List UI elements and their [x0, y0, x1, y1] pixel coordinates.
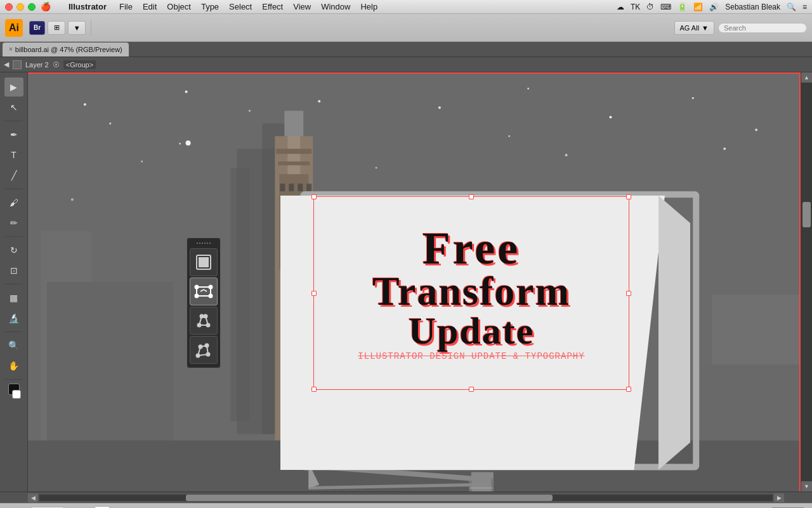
- menu-icon[interactable]: ≡: [802, 3, 807, 11]
- history-icon[interactable]: ⏱: [646, 3, 654, 11]
- free-distort-button[interactable]: [190, 336, 218, 364]
- svg-point-18: [186, 140, 191, 145]
- back-arrow[interactable]: ◀: [4, 60, 9, 69]
- scroll-down-arrow[interactable]: ▼: [801, 481, 813, 491]
- tab-bar: × billboard.ai @ 47% (RGB/Preview): [0, 42, 812, 57]
- artboard-border-right: [799, 72, 801, 491]
- svg-point-67: [204, 315, 207, 318]
- svg-point-12: [508, 135, 510, 137]
- page-input[interactable]: [95, 506, 110, 509]
- search-icon[interactable]: 🔍: [787, 3, 796, 11]
- tool-separator-2: [5, 189, 23, 189]
- close-tab-icon[interactable]: ×: [9, 46, 13, 53]
- h-scroll-track[interactable]: [39, 495, 773, 501]
- free-transform-button[interactable]: [190, 277, 218, 305]
- direct-selection-tool[interactable]: ↖: [4, 98, 23, 117]
- menu-select[interactable]: Select: [224, 0, 257, 14]
- svg-rect-24: [284, 110, 303, 136]
- type-tool[interactable]: T: [4, 145, 23, 164]
- creative-cloud-icon[interactable]: ☁: [617, 3, 624, 11]
- view-dropdown-button[interactable]: ▼: [68, 21, 86, 35]
- horizontal-scrollbar[interactable]: ◀ ▶: [0, 491, 812, 503]
- svg-rect-57: [204, 263, 208, 267]
- typekit-icon[interactable]: TK: [631, 3, 640, 11]
- menu-file[interactable]: File: [114, 0, 138, 14]
- ag-all-button[interactable]: AG All ▼: [674, 21, 714, 35]
- svg-point-69: [197, 354, 200, 358]
- apple-menu[interactable]: 🍎: [36, 0, 56, 14]
- minimize-button[interactable]: [16, 3, 24, 11]
- canvas-area[interactable]: Free Transform Update ILLUSTRATOR DESIGN…: [28, 72, 812, 491]
- scale-tool[interactable]: ⊡: [4, 261, 23, 280]
- layer-target-icon: ⦿: [53, 61, 60, 69]
- scroll-track[interactable]: [801, 83, 812, 481]
- svg-rect-54: [199, 258, 203, 262]
- pencil-tool[interactable]: ✏: [4, 213, 23, 232]
- scroll-right-arrow[interactable]: ▶: [774, 493, 784, 502]
- stroke-color[interactable]: [12, 390, 21, 399]
- ai-logo: Ai: [5, 19, 23, 37]
- eyedropper-tool[interactable]: 🔬: [4, 309, 23, 328]
- bluetooth-icon: ⌨: [660, 3, 671, 11]
- menu-view[interactable]: View: [288, 0, 316, 14]
- bridge-button[interactable]: Br: [29, 21, 45, 35]
- close-button[interactable]: [5, 3, 13, 11]
- svg-point-61: [195, 295, 199, 298]
- svg-point-9: [249, 110, 251, 112]
- menu-effect[interactable]: Effect: [257, 0, 288, 14]
- scroll-thumb[interactable]: [802, 202, 811, 227]
- zoom-select[interactable]: 47% 25% 50% 75% 100%: [31, 506, 64, 509]
- menu-help[interactable]: Help: [355, 0, 383, 14]
- line-tool[interactable]: ╱: [4, 166, 23, 185]
- tab-label: billboard.ai @ 47% (RGB/Preview): [15, 46, 122, 53]
- svg-rect-31: [306, 184, 311, 191]
- scroll-up-arrow[interactable]: ▲: [801, 72, 813, 83]
- wifi-icon: 📶: [693, 3, 703, 11]
- svg-point-70: [207, 353, 210, 356]
- document-tab[interactable]: × billboard.ai @ 47% (RGB/Preview): [3, 43, 129, 57]
- menu-object[interactable]: Object: [162, 0, 196, 14]
- view-options-button[interactable]: ⊞: [48, 21, 65, 35]
- menu-type[interactable]: Type: [196, 0, 224, 14]
- svg-point-2: [109, 123, 111, 124]
- drag-dot-5: [207, 243, 208, 244]
- main-layout: ▶ ↖ ✒ T ╱ 🖌 ✏ ↻ ⊡ ▦ 🔬 🔍 ✋: [0, 72, 812, 491]
- selection-tool[interactable]: ▶: [4, 77, 23, 97]
- scroll-left-arrow[interactable]: ◀: [28, 493, 38, 502]
- tool-separator-6: [5, 379, 23, 380]
- status-bar: ⊞ ⚓ 47% 25% 50% 75% 100% ◀ ◀ ▶ ▶ Toggle …: [0, 503, 812, 508]
- vertical-scrollbar[interactable]: ▲ ▼: [801, 72, 812, 491]
- window-controls[interactable]: [5, 3, 36, 11]
- constrain-transform-button[interactable]: [190, 248, 218, 276]
- paintbrush-tool[interactable]: 🖌: [4, 193, 23, 212]
- drag-dot-2: [199, 243, 200, 244]
- pen-tool[interactable]: ✒: [4, 125, 23, 144]
- tool-separator-1: [5, 121, 23, 121]
- gradient-tool[interactable]: ▦: [4, 288, 23, 307]
- svg-rect-25: [276, 149, 311, 154]
- menu-window[interactable]: Window: [316, 0, 355, 14]
- perspective-distort-button[interactable]: [190, 307, 218, 335]
- billboard-face: [280, 196, 665, 470]
- tool-separator-5: [5, 331, 23, 332]
- search-input[interactable]: [718, 23, 807, 33]
- popup-drag-handle[interactable]: [187, 241, 220, 246]
- h-scroll-thumb[interactable]: [186, 495, 553, 501]
- title-bar: 🍎 Illustrator File Edit Object Type Sele…: [0, 0, 812, 14]
- svg-point-14: [376, 167, 377, 169]
- billboard-shadow: [658, 196, 690, 470]
- drag-dot-1: [197, 243, 198, 244]
- menu-edit[interactable]: Edit: [138, 0, 162, 14]
- zoom-tool[interactable]: 🔍: [4, 336, 23, 355]
- tool-separator-4: [5, 284, 23, 284]
- drag-dot-6: [209, 243, 211, 244]
- hand-tool[interactable]: ✋: [4, 356, 23, 375]
- zoom-button[interactable]: [28, 3, 36, 11]
- canvas-content: Free Transform Update ILLUSTRATOR DESIGN…: [28, 72, 801, 491]
- svg-point-65: [207, 324, 210, 327]
- rotate-tool[interactable]: ↻: [4, 241, 23, 260]
- svg-point-10: [141, 161, 143, 163]
- svg-rect-29: [289, 184, 294, 191]
- svg-point-66: [200, 315, 204, 318]
- svg-point-7: [692, 97, 694, 99]
